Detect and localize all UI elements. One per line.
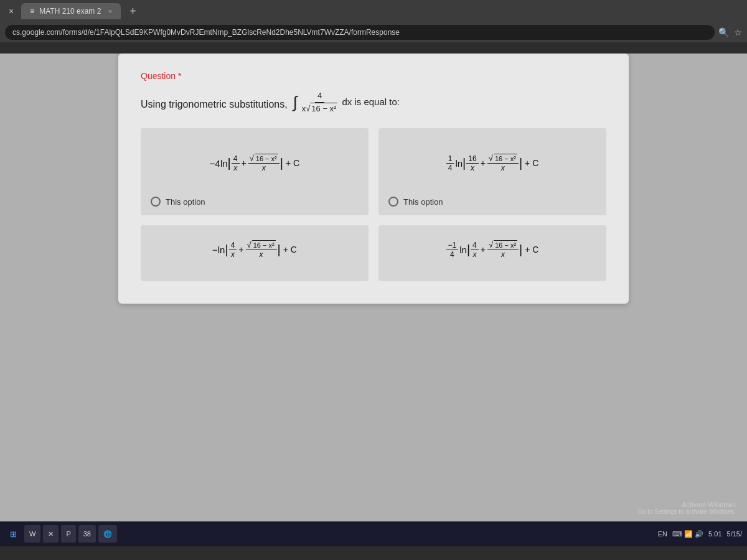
address-bar-row: cs.google.com/forms/d/e/1FAlpQLSdE9KPWfg… [0,22,747,42]
abs-open-b: | [463,157,466,169]
option-b-label: This option [403,197,443,207]
option-a-label: This option [166,197,205,207]
question-intro: Using trigonometric substitutions, [141,99,288,110]
taskbar-browser-icon: 🌐 [103,530,112,538]
abs-close-c: | [278,243,281,256]
integral-sign: ∫ [293,94,298,110]
forms-card: Question * Using trigonometric substitut… [118,54,629,304]
taskbar-item-p[interactable]: P [61,525,75,543]
option-b-formula: 1 4 ln | 16 x + √16 − x² x | + C [446,141,539,185]
option-b-radio[interactable] [388,197,398,207]
tab-title: MATH 210 exam 2 [39,7,101,16]
browser-tab[interactable]: ≡ MATH 210 exam 2 × [21,3,121,19]
tab-icon: ≡ [30,7,34,16]
abs-close-a: | [280,157,283,169]
options-bottom-grid: −ln | 4 x + √16 − x² x | + C [141,225,606,281]
browser-chrome: × ≡ MATH 210 exam 2 × + [0,0,747,22]
question-label-text: Question [141,71,176,81]
taskbar-item-w[interactable]: W [24,525,40,543]
abs-open-a: | [228,157,231,169]
windows-watermark: Activate Windows Go to Settings to activ… [637,501,736,515]
abs-close-b: | [519,157,522,169]
taskbar-item-38[interactable]: 38 [78,525,96,543]
taskbar-w-label: W [29,530,35,538]
window-close-button[interactable]: × [5,5,17,17]
address-text: cs.google.com/forms/d/e/1FAlpQLSdE9KPWfg… [12,28,400,37]
abs-open-d: | [467,243,470,256]
option-a-radio[interactable] [151,197,161,207]
option-b-radio-row: This option [388,197,443,207]
taskbar-item-x[interactable]: ✕ [43,525,59,543]
option-c-box: −ln | 4 x + √16 − x² x | + C [141,225,369,281]
taskbar-time: 5:01 [708,530,721,538]
address-icons: 🔍 ☆ [718,27,742,37]
integrand: 4 x√16 − x² [299,90,341,114]
option-b-box: 1 4 ln | 16 x + √16 − x² x | + C [378,128,606,215]
options-top-grid: −4ln | 4 x + √16 − x² x | + C [141,128,606,215]
taskbar-icons: ⌨ 📶 🔊 [672,530,703,538]
taskbar: ⊞ W ✕ P 38 🌐 EN ⌨ 📶 🔊 5:01 5/15/ [0,521,747,546]
new-tab-button[interactable]: + [125,4,141,19]
taskbar-start[interactable]: ⊞ [5,527,22,541]
integral-expression: ∫ 4 x√16 − x² dx is equal to: [293,90,400,114]
bookmark-icon[interactable]: ☆ [734,27,742,37]
search-icon[interactable]: 🔍 [718,27,729,37]
page-content: Question * Using trigonometric substitut… [0,54,747,546]
taskbar-date: 5/15/ [727,530,742,538]
option-a-formula: −4ln | 4 x + √16 − x² x | + C [210,141,299,185]
dx-label: dx is equal to: [342,95,400,110]
option-a-box: −4ln | 4 x + √16 − x² x | + C [141,128,369,215]
option-d-formula: −1 4 ln | 4 x + √16 − x² x | + C [388,240,596,259]
taskbar-x-label: ✕ [48,530,54,538]
taskbar-p-label: P [66,530,70,538]
option-a-radio-row: This option [151,197,205,207]
question-label: Question * [141,71,606,81]
address-bar[interactable]: cs.google.com/forms/d/e/1FAlpQLSdE9KPWfg… [5,25,715,40]
tab-close-button[interactable]: × [108,7,112,15]
taskbar-lang: EN [658,530,667,538]
option-c-formula: −ln | 4 x + √16 − x² x | + C [151,240,359,259]
option-d-box: −1 4 ln | 4 x + √16 − x² x | + C [378,225,606,281]
taskbar-item-browser[interactable]: 🌐 [98,525,117,543]
question-text: Using trigonometric substitutions, ∫ 4 x… [141,90,606,114]
required-star: * [176,71,181,81]
taskbar-right: EN ⌨ 📶 🔊 5:01 5/15/ [658,530,742,538]
abs-close-d: | [519,243,522,256]
taskbar-38-label: 38 [83,530,91,538]
abs-open-c: | [225,243,228,256]
